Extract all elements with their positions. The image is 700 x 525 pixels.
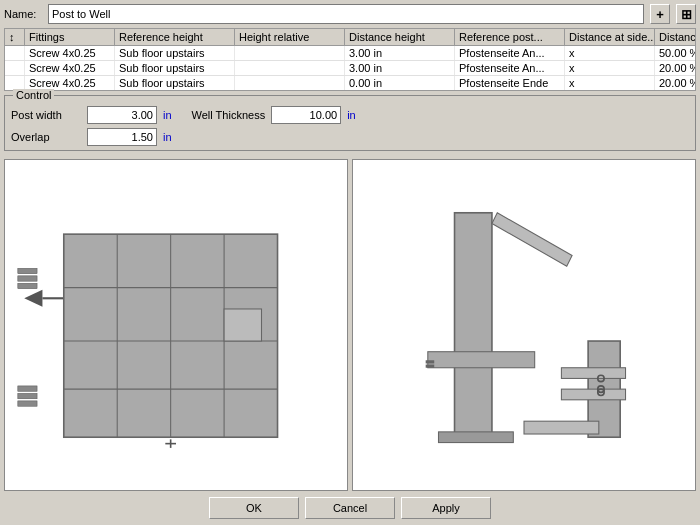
th-dist-side2[interactable]: Distance at side	[655, 29, 696, 45]
post-width-unit: in	[163, 109, 172, 121]
th-dist-side[interactable]: Distance at side...	[565, 29, 655, 45]
well-thickness-group: Well Thickness in	[192, 106, 356, 124]
name-row: Name: + ⊞	[4, 4, 696, 24]
svg-rect-1	[18, 268, 37, 273]
main-container: Name: + ⊞ ↕ Fittings Reference height He…	[0, 0, 700, 525]
post-width-input[interactable]	[87, 106, 157, 124]
td-fittings-1: Screw 4x0.25	[25, 61, 115, 75]
td-ref-height-0: Sub floor upstairs	[115, 46, 235, 60]
well-thickness-unit: in	[347, 109, 356, 121]
td-height-rel-1	[235, 61, 345, 75]
td-height-rel-0	[235, 46, 345, 60]
right-diagram	[352, 159, 696, 491]
overlap-input[interactable]	[87, 128, 157, 146]
well-thickness-label: Well Thickness	[192, 109, 266, 121]
apply-button[interactable]: Apply	[401, 497, 491, 519]
td-dist-side2-0: 50.00 %	[655, 46, 696, 60]
control-section: Control Post width in Well Thickness in …	[4, 95, 696, 151]
table-body: Screw 4x0.25 Sub floor upstairs 3.00 in …	[5, 46, 695, 90]
svg-rect-6	[18, 386, 37, 391]
svg-rect-3	[18, 283, 37, 288]
th-dist-height[interactable]: Distance height	[345, 29, 455, 45]
svg-rect-20	[455, 213, 492, 437]
cancel-button[interactable]: Cancel	[305, 497, 395, 519]
td-sort-2	[5, 76, 25, 90]
name-input[interactable]	[48, 4, 644, 24]
overlap-fields: Overlap in	[11, 128, 689, 146]
overlap-group: Overlap in	[11, 128, 172, 146]
td-dist-side-0: x	[565, 46, 655, 60]
table-row[interactable]: Screw 4x0.25 Sub floor upstairs 0.00 in …	[5, 76, 695, 90]
td-dist-side2-1: 20.00 %	[655, 61, 696, 75]
svg-rect-23	[426, 360, 435, 363]
table-row[interactable]: Screw 4x0.25 Sub floor upstairs 3.00 in …	[5, 61, 695, 76]
fittings-table: ↕ Fittings Reference height Height relat…	[4, 28, 696, 91]
overlap-label: Overlap	[11, 131, 81, 143]
right-diagram-svg	[353, 160, 695, 490]
svg-rect-2	[18, 276, 37, 281]
td-height-rel-2	[235, 76, 345, 90]
svg-rect-8	[18, 401, 37, 406]
manage-button[interactable]: ⊞	[676, 4, 696, 24]
svg-rect-27	[561, 389, 625, 400]
th-height-rel[interactable]: Height relative	[235, 29, 345, 45]
td-dist-side-1: x	[565, 61, 655, 75]
th-ref-height[interactable]: Reference height	[115, 29, 235, 45]
svg-rect-22	[428, 352, 535, 368]
ok-button[interactable]: OK	[209, 497, 299, 519]
td-sort-0	[5, 46, 25, 60]
svg-rect-7	[18, 393, 37, 398]
table-header: ↕ Fittings Reference height Height relat…	[5, 29, 695, 46]
left-diagram-svg	[5, 160, 347, 490]
post-width-label: Post width	[11, 109, 81, 121]
td-dist-side-2: x	[565, 76, 655, 90]
well-thickness-input[interactable]	[271, 106, 341, 124]
left-diagram	[4, 159, 348, 491]
svg-rect-16	[224, 309, 261, 341]
svg-rect-26	[561, 368, 625, 379]
th-fittings[interactable]: Fittings	[25, 29, 115, 45]
control-fields: Post width in Well Thickness in	[11, 106, 689, 124]
td-ref-post-0: Pfostenseite An...	[455, 46, 565, 60]
name-label: Name:	[4, 8, 42, 20]
td-ref-post-2: Pfostenseite Ende	[455, 76, 565, 90]
td-fittings-2: Screw 4x0.25	[25, 76, 115, 90]
td-ref-post-1: Pfostenseite An...	[455, 61, 565, 75]
bottom-bar: OK Cancel Apply	[4, 495, 696, 521]
add-button[interactable]: +	[650, 4, 670, 24]
control-legend: Control	[13, 89, 54, 101]
td-dist-height-1: 3.00 in	[345, 61, 455, 75]
th-sort[interactable]: ↕	[5, 29, 25, 45]
diagrams-row	[4, 159, 696, 491]
overlap-unit: in	[163, 131, 172, 143]
td-ref-height-1: Sub floor upstairs	[115, 61, 235, 75]
td-dist-height-2: 0.00 in	[345, 76, 455, 90]
td-dist-side2-2: 20.00 %	[655, 76, 696, 90]
td-ref-height-2: Sub floor upstairs	[115, 76, 235, 90]
post-width-group: Post width in	[11, 106, 172, 124]
svg-rect-31	[524, 421, 599, 434]
td-sort-1	[5, 61, 25, 75]
svg-rect-24	[426, 365, 435, 368]
table-row[interactable]: Screw 4x0.25 Sub floor upstairs 3.00 in …	[5, 46, 695, 61]
th-ref-post[interactable]: Reference post...	[455, 29, 565, 45]
td-dist-height-0: 3.00 in	[345, 46, 455, 60]
td-fittings-0: Screw 4x0.25	[25, 46, 115, 60]
svg-rect-32	[439, 432, 514, 443]
